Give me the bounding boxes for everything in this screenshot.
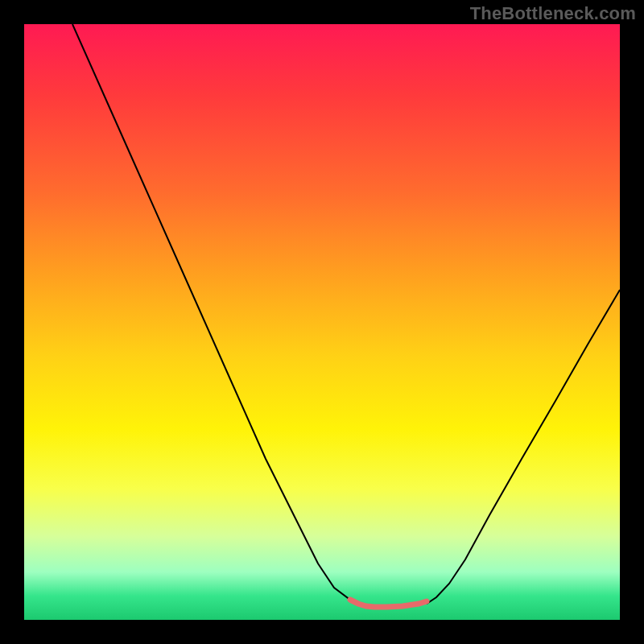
curve-right-branch (427, 290, 620, 604)
curve-trough-highlight (350, 600, 427, 607)
curve-layer (24, 24, 620, 620)
curve-left-branch (72, 24, 362, 604)
plot-area (24, 24, 620, 620)
watermark-text: TheBottleneck.com (470, 3, 636, 24)
chart-frame: TheBottleneck.com (0, 0, 644, 644)
